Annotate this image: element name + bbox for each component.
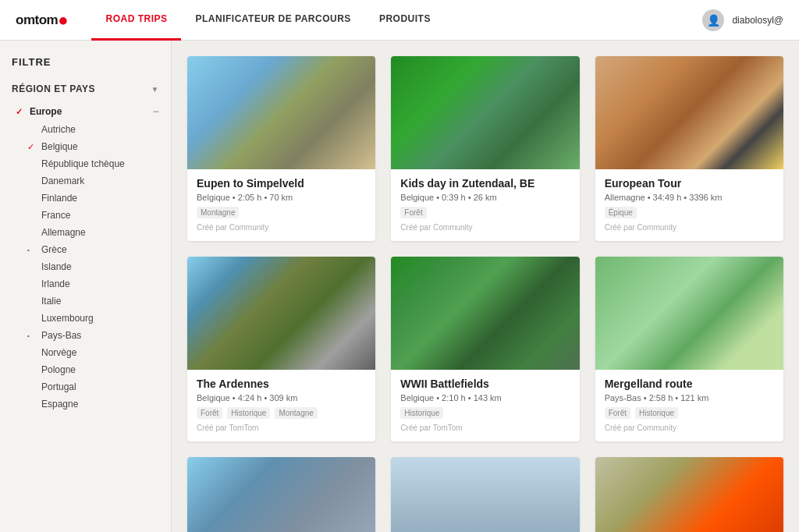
tag-historique: Historique <box>400 407 443 419</box>
filter-belgique[interactable]: ✓ Belgique <box>12 138 159 155</box>
main-nav: ROAD TRIPS PLANIFICATEUR DE PARCOURS PRO… <box>91 0 444 41</box>
filter-luxembourg[interactable]: Luxembourg <box>12 310 159 327</box>
card-wwii-meta: Belgique • 2:10 h • 143 km <box>400 393 570 403</box>
filter-finlande[interactable]: Finlande <box>12 190 159 207</box>
filter-danemark-label: Danemark <box>41 176 84 186</box>
filter-finlande-label: Finlande <box>41 193 77 204</box>
filter-allemagne-label: Allemagne <box>41 227 86 238</box>
card-ardennes-meta: Belgique • 4:24 h • 309 km <box>197 393 366 403</box>
logo-dot: ● <box>58 12 68 29</box>
filter-grece[interactable]: • Grèce <box>12 241 159 258</box>
tag-foret: Forêt <box>605 407 630 419</box>
filter-pays-bas[interactable]: • Pays-Bas <box>12 327 159 344</box>
filter-portugal[interactable]: Portugal <box>12 378 159 395</box>
card-ardennes-tags: Forêt Historique Montagne <box>197 407 366 419</box>
filter-pologne[interactable]: Pologne <box>12 361 159 378</box>
tag-foret: Forêt <box>197 407 222 419</box>
sidebar: FILTRE RÉGION ET PAYS ▼ ✓ Europe − Autri… <box>0 41 172 532</box>
tag-historique2: Historique <box>635 407 678 419</box>
card-eupen-meta: Belgique • 2:05 h • 70 km <box>197 193 366 202</box>
dot-icon-grece: • <box>27 246 37 254</box>
card-kids[interactable]: Kids day in Zutendaal, BE Belgique • 0:3… <box>391 56 579 241</box>
card-wwii-body: WWII Battlefields Belgique • 2:10 h • 14… <box>391 370 579 442</box>
logo[interactable]: omtom● <box>16 12 68 29</box>
card-bottom3[interactable] <box>595 457 783 532</box>
card-bottom2-image <box>391 457 579 532</box>
user-icon[interactable]: 👤 <box>702 9 724 31</box>
filter-france-label: France <box>41 210 70 221</box>
header-right: 👤 diabolosyl@ <box>702 9 783 31</box>
filter-republique[interactable]: République tchèque <box>12 155 159 172</box>
filter-luxembourg-label: Luxembourg <box>41 313 94 324</box>
card-european-image <box>595 56 783 169</box>
filter-europe[interactable]: ✓ Europe − <box>12 102 159 121</box>
tag-historique: Historique <box>227 407 270 419</box>
filter-allemagne[interactable]: Allemagne <box>12 224 159 241</box>
card-ardennes-title: The Ardennes <box>197 378 366 390</box>
filter-danemark[interactable]: Danemark <box>12 172 159 190</box>
filter-islande[interactable]: Islande <box>12 258 159 275</box>
filter-irlande[interactable]: Irlande <box>12 275 159 293</box>
header: omtom● ROAD TRIPS PLANIFICATEUR DE PARCO… <box>0 0 799 41</box>
card-european[interactable]: European Tour Allemagne • 34:49 h • 3396… <box>595 56 783 241</box>
nav-produits[interactable]: PRODUITS <box>365 0 445 41</box>
card-eupen-image <box>187 56 375 169</box>
tag-montagne: Montagne <box>275 407 317 419</box>
card-eupen-body: Eupen to Simpelveld Belgique • 2:05 h • … <box>187 169 375 241</box>
card-bottom2[interactable] <box>391 457 579 532</box>
card-wwii-tags: Historique <box>400 407 570 419</box>
card-mergelland[interactable]: Mergelland route Pays-Bas • 2:58 h • 121… <box>595 257 783 442</box>
check-icon-belgique: ✓ <box>27 142 37 152</box>
card-bottom3-image <box>595 457 783 532</box>
card-ardennes[interactable]: The Ardennes Belgique • 4:24 h • 309 km … <box>187 257 375 442</box>
filter-pologne-label: Pologne <box>41 364 76 375</box>
region-filter-header[interactable]: RÉGION ET PAYS ▼ <box>12 83 159 94</box>
card-kids-image <box>391 56 579 169</box>
filter-espagne[interactable]: Espagne <box>12 395 159 413</box>
card-wwii[interactable]: WWII Battlefields Belgique • 2:10 h • 14… <box>391 257 579 442</box>
nav-road-trips[interactable]: ROAD TRIPS <box>91 0 181 41</box>
check-icon: ✓ <box>16 107 25 117</box>
card-bottom1-image <box>187 457 375 532</box>
filter-islande-label: Islande <box>41 261 72 272</box>
filter-espagne-label: Espagne <box>41 399 78 410</box>
filter-grece-label: Grèce <box>41 244 67 255</box>
nav-planificateur[interactable]: PLANIFICATEUR DE PARCOURS <box>181 0 364 41</box>
tag-epique: Épique <box>605 207 637 218</box>
filter-pays-bas-label: Pays-Bas <box>41 330 81 341</box>
username: diabolosyl@ <box>732 15 783 26</box>
tag-foret: Forêt <box>400 207 426 218</box>
filter-autriche[interactable]: Autriche <box>12 121 159 138</box>
card-european-tags: Épique <box>605 207 774 218</box>
tag-montagne: Montagne <box>197 207 239 218</box>
card-eupen[interactable]: Eupen to Simpelveld Belgique • 2:05 h • … <box>187 56 375 241</box>
filter-irlande-label: Irlande <box>41 278 70 289</box>
card-kids-title: Kids day in Zutendaal, BE <box>400 177 570 190</box>
region-filter-label: RÉGION ET PAYS <box>12 83 95 94</box>
filter-italie[interactable]: Italie <box>12 293 159 310</box>
filter-title: FILTRE <box>12 56 159 68</box>
card-mergelland-title: Mergelland route <box>605 378 774 390</box>
filter-belgique-label: Belgique <box>41 141 78 152</box>
chevron-down-icon: ▼ <box>151 85 159 94</box>
card-grid: Eupen to Simpelveld Belgique • 2:05 h • … <box>187 56 783 532</box>
card-ardennes-author: Créé par TomTom <box>197 424 366 432</box>
filter-autriche-label: Autriche <box>41 124 76 135</box>
card-ardennes-image <box>187 257 375 370</box>
card-mergelland-author: Créé par Community <box>605 424 774 432</box>
dot-icon-paysbas: • <box>27 332 37 339</box>
card-eupen-title: Eupen to Simpelveld <box>197 177 366 190</box>
filter-france[interactable]: France <box>12 207 159 224</box>
filter-portugal-label: Portugal <box>41 381 76 392</box>
card-eupen-author: Créé par Community <box>197 223 366 232</box>
logo-text: omtom <box>16 12 58 28</box>
filter-italie-label: Italie <box>41 296 61 307</box>
collapse-icon: − <box>153 105 159 118</box>
filter-norvege[interactable]: Norvège <box>12 344 159 361</box>
card-bottom1[interactable] <box>187 457 375 532</box>
card-eupen-tags: Montagne <box>197 207 366 218</box>
main-layout: FILTRE RÉGION ET PAYS ▼ ✓ Europe − Autri… <box>0 41 799 532</box>
card-kids-tags: Forêt <box>400 207 570 218</box>
card-wwii-title: WWII Battlefields <box>400 378 570 390</box>
card-kids-author: Créé par Community <box>400 223 570 232</box>
